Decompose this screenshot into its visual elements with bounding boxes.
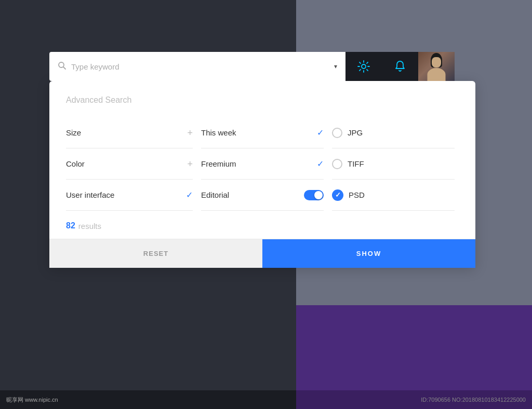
filter-size-label: Size [66,128,81,137]
svg-point-2 [362,64,366,69]
jpg-label: JPG [348,128,455,137]
search-icon [58,61,66,72]
filter-grid: Size + Color + User interface ✓ This wee… [66,117,459,211]
toggle-knob [314,191,323,199]
settings-button[interactable] [345,52,382,81]
svg-line-1 [63,67,65,69]
filter-this-week: This week ✓ [201,117,324,148]
tiff-label: TIFF [348,159,455,168]
results-count: 82 [66,221,75,230]
filter-color: Color + [66,148,193,180]
filter-col-3: JPG TIFF PSD [328,117,459,211]
filter-jpg: JPG [332,117,455,148]
notifications-button[interactable] [382,52,418,81]
card-title: Advanced Search [66,96,459,105]
filter-col-2: This week ✓ Freemium ✓ Editorial [197,117,328,211]
filter-freemium-label: Freemium [201,159,236,168]
search-input-wrapper: ▾ [49,52,345,81]
avatar-button[interactable] [418,52,455,81]
jpg-radio[interactable] [332,128,342,138]
search-input[interactable] [71,62,334,71]
avatar-face [432,57,441,67]
filter-ui-check-icon[interactable]: ✓ [186,190,193,200]
gear-icon [357,60,370,73]
bell-icon [393,60,407,73]
filter-editorial-label: Editorial [201,190,229,199]
filter-week-check-icon[interactable]: ✓ [317,128,324,138]
avatar-placeholder [418,52,455,81]
filter-color-label: Color [66,159,85,168]
search-dropdown-icon[interactable]: ▾ [334,63,337,70]
filter-freemium: Freemium ✓ [201,148,324,180]
results-row: 82 results [66,211,459,239]
filter-freemium-check-icon[interactable]: ✓ [317,159,324,169]
filter-user-interface: User interface ✓ [66,180,193,211]
avatar-body [428,68,446,81]
reset-button[interactable]: RESET [49,239,262,268]
filter-size: Size + [66,117,193,148]
editorial-toggle[interactable] [304,190,324,200]
filter-tiff: TIFF [332,148,455,180]
filter-ui-label: User interface [66,190,114,199]
content-wrapper: ▾ [49,52,486,268]
filter-week-label: This week [201,128,236,137]
watermark-left-text: 昵享网 www.nipic.cn [6,396,290,404]
filter-col-1: Size + Color + User interface ✓ [66,117,197,211]
watermark-left-bar: 昵享网 www.nipic.cn [0,390,296,409]
psd-label: PSD [349,190,455,199]
filter-editorial: Editorial [201,180,324,211]
tiff-radio[interactable] [332,159,342,169]
psd-checkbox[interactable] [332,189,343,201]
advanced-search-card: Advanced Search Size + Color + User inte… [49,81,475,268]
filter-color-add-icon[interactable]: + [187,159,193,169]
show-button[interactable]: SHOW [262,239,475,268]
filter-psd: PSD [332,180,455,211]
action-buttons: RESET SHOW [49,239,475,268]
icon-bar [345,52,455,81]
results-label: results [78,222,101,230]
watermark-right-bar: ID:7090656 NO:20180810183412225000 [296,390,532,409]
search-bar-container: ▾ [49,52,486,81]
watermark-right-text: ID:7090656 NO:20180810183412225000 [421,397,526,403]
filter-size-add-icon[interactable]: + [187,128,193,138]
